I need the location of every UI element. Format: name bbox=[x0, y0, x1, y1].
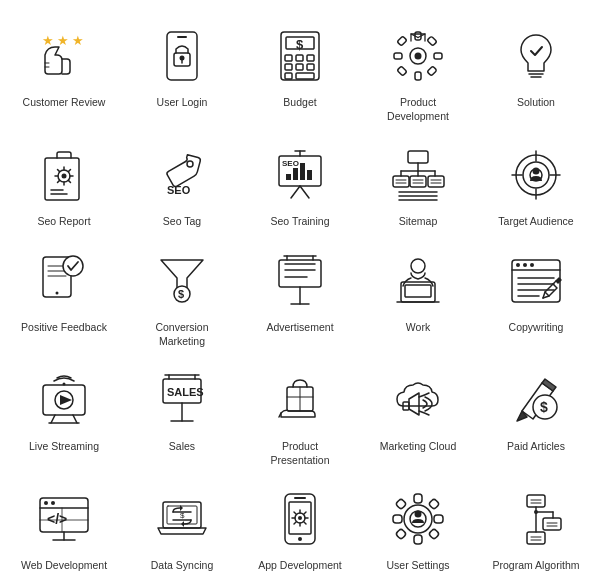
icon-cell-product-presentation: Product Presentation bbox=[246, 362, 354, 471]
icon-cell-live-streaming: Live Streaming bbox=[10, 362, 118, 471]
svg-line-45 bbox=[58, 181, 60, 183]
target-audience-icon bbox=[504, 143, 568, 207]
svg-rect-15 bbox=[307, 55, 314, 61]
user-login-icon bbox=[150, 24, 214, 88]
work-label: Work bbox=[406, 321, 430, 335]
svg-rect-55 bbox=[286, 174, 291, 180]
svg-point-110 bbox=[516, 263, 520, 267]
web-development-icon: </> bbox=[32, 487, 96, 551]
paid-articles-icon: $ bbox=[504, 368, 568, 432]
svg-line-121 bbox=[51, 415, 55, 423]
svg-point-104 bbox=[411, 259, 425, 273]
svg-point-188 bbox=[534, 510, 538, 514]
icon-cell-customer-review: ★ ★ ★ Customer Review bbox=[10, 18, 118, 127]
svg-point-48 bbox=[187, 161, 193, 167]
conversion-marketing-label: Conversion Marketing bbox=[137, 321, 227, 348]
svg-text:★: ★ bbox=[57, 33, 69, 48]
product-presentation-label: Product Presentation bbox=[255, 440, 345, 467]
svg-rect-24 bbox=[415, 72, 421, 80]
user-settings-label: User Settings bbox=[386, 559, 449, 573]
svg-rect-27 bbox=[397, 36, 407, 46]
svg-line-52 bbox=[300, 186, 309, 198]
marketing-cloud-label: Marketing Cloud bbox=[380, 440, 456, 454]
svg-rect-60 bbox=[408, 151, 428, 163]
positive-feedback-label: Positive Feedback bbox=[21, 321, 107, 335]
svg-line-43 bbox=[68, 181, 70, 183]
customer-review-icon: ★ ★ ★ bbox=[32, 24, 96, 88]
svg-text:$: $ bbox=[540, 399, 548, 415]
svg-line-42 bbox=[58, 170, 60, 172]
svg-text:</>: </> bbox=[47, 511, 67, 527]
svg-line-51 bbox=[291, 186, 300, 198]
svg-point-37 bbox=[62, 174, 67, 179]
icon-cell-advertisement: Advertisement bbox=[246, 243, 354, 352]
app-development-label: App Development bbox=[258, 559, 341, 573]
svg-text:$: $ bbox=[180, 511, 185, 520]
conversion-marketing-icon: $ $ bbox=[150, 249, 214, 313]
icon-cell-web-development: </> Web Development bbox=[10, 481, 118, 577]
budget-icon: $ bbox=[268, 24, 332, 88]
svg-rect-179 bbox=[428, 529, 439, 540]
product-presentation-icon bbox=[268, 368, 332, 432]
svg-text:★: ★ bbox=[72, 33, 84, 48]
svg-rect-176 bbox=[395, 499, 406, 510]
svg-rect-173 bbox=[414, 535, 422, 544]
svg-point-126 bbox=[63, 383, 66, 386]
svg-rect-28 bbox=[427, 36, 437, 46]
paid-articles-label: Paid Articles bbox=[507, 440, 565, 454]
customer-review-label: Customer Review bbox=[23, 96, 106, 110]
svg-rect-183 bbox=[527, 532, 545, 544]
svg-rect-56 bbox=[293, 168, 298, 180]
svg-text:SALES: SALES bbox=[167, 386, 204, 398]
web-development-label: Web Development bbox=[21, 559, 107, 573]
svg-rect-68 bbox=[428, 176, 444, 187]
svg-rect-20 bbox=[296, 73, 314, 79]
svg-line-169 bbox=[294, 522, 296, 524]
svg-point-91 bbox=[56, 291, 59, 294]
program-algorithm-label: Program Algorithm bbox=[493, 559, 580, 573]
icon-cell-budget: $ Budget bbox=[246, 18, 354, 127]
svg-rect-17 bbox=[296, 64, 303, 70]
svg-text:★: ★ bbox=[42, 33, 54, 48]
svg-point-90 bbox=[63, 256, 83, 276]
svg-rect-29 bbox=[397, 66, 407, 76]
svg-text:SEO: SEO bbox=[167, 184, 191, 196]
svg-rect-107 bbox=[405, 285, 431, 297]
svg-point-22 bbox=[415, 53, 422, 60]
svg-point-143 bbox=[51, 501, 55, 505]
svg-rect-181 bbox=[527, 495, 545, 507]
svg-rect-66 bbox=[393, 176, 409, 187]
budget-label: Budget bbox=[283, 96, 316, 110]
svg-rect-30 bbox=[427, 66, 437, 76]
icon-cell-target-audience: Target Audience bbox=[482, 137, 590, 233]
svg-point-161 bbox=[298, 516, 302, 520]
svg-rect-14 bbox=[296, 55, 303, 61]
seo-report-icon bbox=[32, 143, 96, 207]
seo-report-label: Seo Report bbox=[37, 215, 90, 229]
icon-cell-data-syncing: $ Data Syncing bbox=[128, 481, 236, 577]
solution-label: Solution bbox=[517, 96, 555, 110]
product-development-label: Product Development bbox=[373, 96, 463, 123]
target-audience-label: Target Audience bbox=[498, 215, 573, 229]
data-syncing-icon: $ bbox=[150, 487, 214, 551]
svg-line-168 bbox=[304, 512, 306, 514]
svg-text:$: $ bbox=[178, 288, 184, 300]
icon-cell-paid-articles: $ Paid Articles bbox=[482, 362, 590, 471]
sitemap-label: Sitemap bbox=[399, 215, 438, 229]
svg-rect-58 bbox=[307, 170, 312, 180]
icon-cell-seo-training: SEO Seo Training bbox=[246, 137, 354, 233]
app-development-icon bbox=[268, 487, 332, 551]
icon-cell-marketing-cloud: Marketing Cloud bbox=[364, 362, 472, 471]
copywriting-icon bbox=[504, 249, 568, 313]
sitemap-icon bbox=[386, 143, 450, 207]
icon-cell-seo-report: Seo Report bbox=[10, 137, 118, 233]
marketing-cloud-icon bbox=[386, 368, 450, 432]
svg-rect-13 bbox=[285, 55, 292, 61]
svg-rect-172 bbox=[414, 494, 422, 503]
svg-point-79 bbox=[523, 162, 549, 188]
sales-label: Sales bbox=[169, 440, 195, 454]
user-settings-icon bbox=[386, 487, 450, 551]
icon-cell-product-development: Product Development bbox=[364, 18, 472, 127]
live-streaming-icon bbox=[32, 368, 96, 432]
icon-cell-seo-tag: SEO Seo Tag bbox=[128, 137, 236, 233]
